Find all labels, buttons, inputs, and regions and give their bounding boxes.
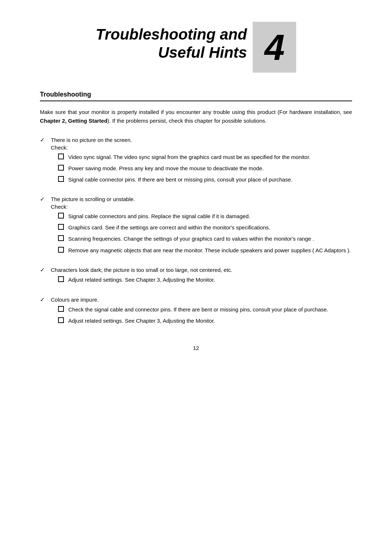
chapter-header: Troubleshooting and Useful Hints 4 [40, 22, 352, 73]
sub-item-text-3-0: Adjust related settings. See Chapter 3, … [68, 276, 352, 284]
page-number: 12 [40, 345, 352, 351]
check-item-content-2: The picture is scrolling or unstable. Ch… [51, 195, 352, 260]
sub-items-2: Signal cable connectors and pins. Replac… [58, 212, 352, 254]
sub-item-2-0: Signal cable connectors and pins. Replac… [58, 212, 352, 220]
check-item-3: ✓ Characters look dark; the picture is t… [40, 266, 352, 289]
chapter-number: 4 [265, 29, 285, 65]
chapter-title: Troubleshooting and Useful Hints [96, 25, 247, 62]
check-item-title-1: There is no picture on the screen. [51, 136, 352, 144]
check-item-content-1: There is no picture on the screen. Check… [51, 136, 352, 189]
checkmark-icon-2: ✓ [40, 196, 47, 203]
sub-items-4: Check the signal cable and connector pin… [58, 305, 352, 325]
checkmark-icon-4: ✓ [40, 296, 47, 303]
intro-text-before: Make sure that your monitor is properly … [40, 109, 352, 115]
sub-item-2-3: Remove any magnetic objects that are nea… [58, 246, 352, 254]
check-item-2: ✓ The picture is scrolling or unstable. … [40, 195, 352, 260]
sub-item-1-1: Power saving mode. Press any key and mov… [58, 164, 352, 172]
sub-item-text-2-2: Scanning frequencies. Change the setting… [68, 234, 352, 243]
check-section-4: ✓ Colours are impure. Check the signal c… [40, 296, 352, 330]
sub-item-text-4-0: Check the signal cable and connector pin… [68, 305, 352, 314]
intro-text-after: ). If the problems persist, check this c… [107, 118, 267, 124]
check-item-4: ✓ Colours are impure. Check the signal c… [40, 296, 352, 330]
checkbox-icon-2-0 [58, 213, 64, 219]
check-section-1: ✓ There is no picture on the screen. Che… [40, 136, 352, 189]
checkbox-icon-2-3 [58, 247, 64, 253]
sub-items-1: Video sync signal. The video sync signal… [58, 153, 352, 184]
check-item-title-4: Colours are impure. [51, 296, 352, 304]
sub-item-1-2: Signal cable connector pins. If there ar… [58, 175, 352, 184]
check-section-3: ✓ Characters look dark; the picture is t… [40, 266, 352, 289]
check-item-title-3: Characters look dark; the picture is too… [51, 266, 352, 274]
checkbox-icon-1-1 [58, 165, 64, 171]
sub-item-text-1-1: Power saving mode. Press any key and mov… [68, 164, 352, 172]
check-item-label-1: Check: [51, 144, 352, 151]
sub-item-2-2: Scanning frequencies. Change the setting… [58, 234, 352, 243]
check-item-content-3: Characters look dark; the picture is too… [51, 266, 352, 289]
check-item-label-2: Check: [51, 204, 352, 210]
sub-item-text-2-0: Signal cable connectors and pins. Replac… [68, 212, 352, 220]
sub-item-1-0: Video sync signal. The video sync signal… [58, 153, 352, 161]
checkbox-icon-2-1 [58, 224, 64, 230]
sub-item-2-1: Graphics card. See if the settings are c… [58, 223, 352, 232]
intro-paragraph: Make sure that your monitor is properly … [40, 108, 352, 125]
checkmark-icon-3: ✓ [40, 266, 47, 273]
sub-item-4-0: Check the signal cable and connector pin… [58, 305, 352, 314]
chapter-number-box: 4 [253, 22, 296, 73]
sub-item-text-4-1: Adjust related settings. See Chapter 3, … [68, 317, 352, 325]
check-section-2: ✓ The picture is scrolling or unstable. … [40, 195, 352, 260]
check-item-1: ✓ There is no picture on the screen. Che… [40, 136, 352, 189]
section-heading: Troubleshooting [40, 91, 352, 101]
checkbox-icon-4-1 [58, 317, 64, 323]
check-item-content-4: Colours are impure. Check the signal cab… [51, 296, 352, 330]
checkbox-icon-2-2 [58, 235, 64, 241]
page: Troubleshooting and Useful Hints 4 Troub… [40, 0, 352, 555]
checkbox-icon-4-0 [58, 306, 64, 312]
sub-item-text-1-2: Signal cable connector pins. If there ar… [68, 175, 352, 184]
checkmark-icon-1: ✓ [40, 136, 47, 143]
intro-bold: Chapter 2, Getting Started [40, 118, 107, 124]
sub-item-4-1: Adjust related settings. See Chapter 3, … [58, 317, 352, 325]
sub-item-text-2-3: Remove any magnetic objects that are nea… [68, 246, 352, 254]
sub-items-3: Adjust related settings. See Chapter 3, … [58, 276, 352, 284]
sub-item-text-2-1: Graphics card. See if the settings are c… [68, 223, 352, 232]
check-item-title-2: The picture is scrolling or unstable. [51, 195, 352, 204]
checkbox-icon-1-0 [58, 154, 64, 159]
sub-item-text-1-0: Video sync signal. The video sync signal… [68, 153, 352, 161]
checkbox-icon-1-2 [58, 176, 64, 182]
checkbox-icon-3-0 [58, 276, 64, 282]
sub-item-3-0: Adjust related settings. See Chapter 3, … [58, 276, 352, 284]
